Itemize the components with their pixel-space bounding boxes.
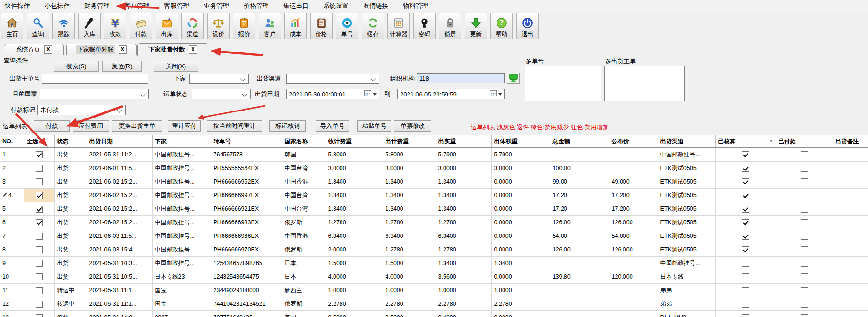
table-row[interactable]: 3出货2021-06-02 15:2...中国邮政挂号...PH66666695… [0,175,868,189]
settled-checkbox[interactable] [742,206,749,213]
column-header-全选[interactable]: 全选 [24,135,54,148]
menu-item-8[interactable]: 集运出口 [283,2,309,10]
column-header-公布价[interactable]: 公布价 [609,135,658,148]
waybill-status-select[interactable] [192,89,251,99]
toolbar-button-出库[interactable]: 出库 [156,13,178,39]
pay-mark-select[interactable]: 未付款 [37,105,126,115]
toolbar-button-价格[interactable]: 价格 [310,13,333,39]
paid-checkbox[interactable] [801,219,808,226]
row-select-checkbox[interactable] [36,219,43,226]
row-select-checkbox[interactable] [36,273,43,280]
table-row[interactable]: 12转运中2021-05-31 11:1...国宝744104231413452… [0,297,868,311]
column-header-已付款[interactable]: 已付款 [776,135,833,148]
action-button-付款[interactable]: 付款 [34,120,70,132]
toolbar-button-渠道[interactable]: 渠道 [181,13,204,39]
settled-checkbox[interactable] [742,301,749,308]
toolbar-button-退出[interactable]: 退出 [516,13,539,39]
column-header-下家[interactable]: 下家 [152,135,211,148]
toolbar-button-帮助[interactable]: ?帮助 [490,13,513,39]
close-button[interactable]: 关闭(X) [154,61,198,72]
org-input[interactable] [417,73,505,83]
row-select-checkbox[interactable] [36,314,43,317]
paid-checkbox[interactable] [801,314,808,317]
reset-button[interactable]: 复位(R) [102,61,142,72]
settled-checkbox[interactable] [742,151,749,158]
menu-item-9[interactable]: 系统设置 [323,2,349,10]
toolbar-button-更新[interactable]: 更新 [465,13,487,39]
settled-checkbox[interactable] [742,178,749,185]
ship-date-from-input[interactable]: 2021-05-30 00:00:01 [286,89,379,99]
menu-item-4[interactable]: 客户管理 [124,2,149,10]
paid-checkbox[interactable] [801,301,808,308]
column-header-出货日期[interactable]: 出货日期 [87,135,152,148]
settled-checkbox[interactable] [742,260,749,267]
paid-checkbox[interactable] [801,165,808,172]
menu-item-1[interactable]: 快件操作 [5,2,30,10]
settled-checkbox[interactable] [742,314,749,317]
settled-checkbox[interactable] [742,246,749,253]
menu-item-10[interactable]: 友情链接 [363,2,388,10]
settled-checkbox[interactable] [742,192,749,199]
column-header-NO.[interactable]: NO. [0,135,24,148]
multi-master-textarea[interactable] [604,66,685,101]
toolbar-button-客户[interactable]: 客户 [259,13,281,39]
action-button-按当前时间重计[interactable]: 按当前时间重计 [207,120,262,132]
table-row[interactable]: 13签收2021-05-31 14:0...9997787754648435美国… [0,311,868,317]
filter-arrow-icon[interactable] [769,140,773,142]
menu-item-7[interactable]: 价格管理 [244,2,269,10]
row-select-checkbox[interactable] [36,178,43,185]
org-lookup-button[interactable] [507,73,520,84]
paid-checkbox[interactable] [801,206,808,213]
row-select-checkbox[interactable] [36,206,43,213]
menu-item-2[interactable]: 小包操作 [45,2,70,10]
action-button-更换出货主单[interactable]: 更换出货主单 [112,120,162,132]
toolbar-button-密码[interactable]: 密码 [413,13,436,39]
toolbar-button-报价[interactable]: 报价 [233,13,255,39]
settled-checkbox[interactable] [742,165,749,172]
toolbar-button-主页[interactable]: 主页 [1,13,23,39]
toolbar-button-单号[interactable]: 单号 [336,13,358,39]
paid-checkbox[interactable] [801,233,808,240]
column-header-出体积重[interactable]: 出体积重 [491,135,550,148]
search-button[interactable]: 搜索(S) [54,61,99,72]
tab-下家账单对账[interactable]: 下家账单对账X [66,44,137,55]
menu-item-5[interactable]: 客服管理 [164,2,189,10]
paid-checkbox[interactable] [801,260,808,267]
toolbar-button-跟踪[interactable]: 跟踪 [52,13,75,39]
column-header-状态[interactable]: 状态 [54,135,87,148]
column-header-出货渠道[interactable]: 出货渠道 [658,135,715,148]
table-row[interactable]: 10出货2021-05-31 10:5...日本专线23124325436544… [0,270,868,284]
dropdown-arrow-icon[interactable] [373,93,377,96]
action-button-重计应付[interactable]: 重计应付 [168,120,201,132]
column-header-已核算[interactable]: 已核算 [715,135,776,148]
toolbar-button-成本[interactable]: 成本 [284,13,307,39]
row-select-checkbox[interactable] [36,151,43,158]
paid-checkbox[interactable] [801,192,808,199]
toolbar-button-收款[interactable]: ¥收款 [104,13,126,39]
tab-close-icon[interactable]: X [44,45,52,54]
toolbar-button-设价[interactable]: 设价 [207,13,230,39]
calendar-icon[interactable] [364,90,371,98]
paid-checkbox[interactable] [801,246,808,253]
settled-checkbox[interactable] [742,287,749,294]
table-row[interactable]: 1出货2021-05-31 11:2...中国邮政挂号...764567578韩… [0,148,868,162]
settled-checkbox[interactable] [742,233,749,240]
column-header-出实重[interactable]: 出实重 [436,135,491,148]
paid-checkbox[interactable] [801,273,808,280]
table-row[interactable]: 2出货2021-06-01 11:5...中国邮政挂号...PH55555556… [0,162,868,175]
row-select-checkbox[interactable] [36,192,43,199]
table-row[interactable]: 11转运中2021-05-31 11:1...国宝23449029100000新… [0,284,868,297]
table-row[interactable]: 8出货2021-06-03 15:4...中国邮政挂号...PH66666697… [0,243,868,257]
toolbar-button-锁屏[interactable]: 锁屏 [439,13,461,39]
column-header-出计费重[interactable]: 出计费重 [383,135,436,148]
action-button-单票修改[interactable]: 单票修改 [394,120,431,132]
toolbar-button-查询[interactable]: 查询 [27,13,49,39]
toolbar-button-缓存[interactable]: 缓存 [362,13,384,39]
tab-close-icon[interactable]: X [119,45,127,54]
row-select-checkbox[interactable] [36,260,43,267]
ship-date-to-input[interactable]: 2021-06-05 23:59:59 [397,89,505,99]
table-row[interactable]: 4出货2021-06-02 15:2...中国邮政挂号...PH66666699… [0,189,868,202]
action-button-应付费用[interactable]: 应付费用 [73,120,109,132]
multi-no-textarea[interactable] [525,66,601,101]
toolbar-button-入库[interactable]: 入库 [78,13,101,39]
